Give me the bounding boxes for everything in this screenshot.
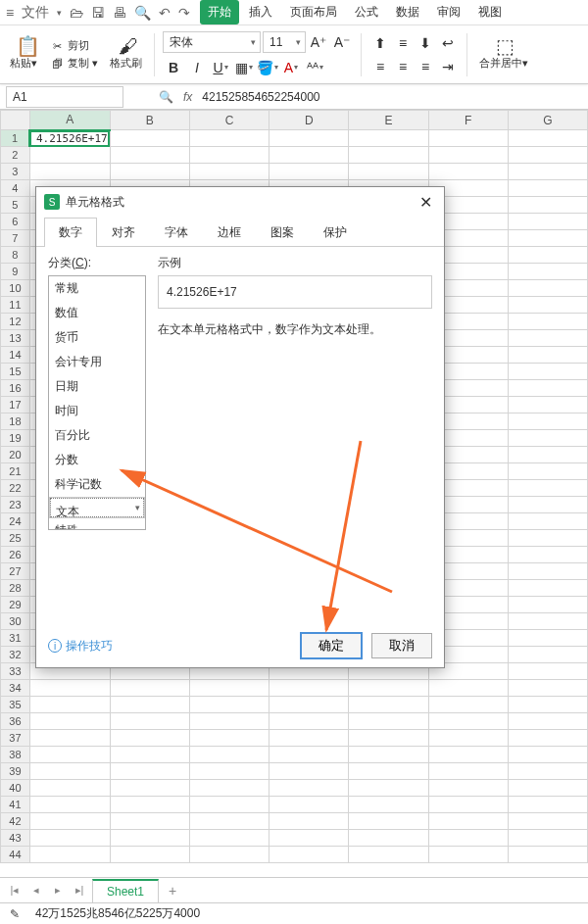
cell[interactable] bbox=[189, 780, 269, 797]
cell[interactable] bbox=[270, 847, 349, 863]
cell[interactable] bbox=[110, 147, 189, 164]
cell[interactable] bbox=[508, 430, 587, 447]
column-header[interactable]: C bbox=[189, 111, 269, 130]
tab-data[interactable]: 数据 bbox=[388, 0, 427, 24]
cell[interactable] bbox=[110, 713, 189, 730]
cell[interactable] bbox=[428, 713, 508, 730]
ok-button[interactable]: 确定 bbox=[301, 633, 362, 658]
painter-group[interactable]: 🖌 格式刷 bbox=[106, 38, 146, 71]
zoom-icon[interactable]: 🔍 bbox=[159, 90, 173, 104]
cell-A1[interactable]: 4.21526E+17 bbox=[29, 130, 110, 147]
row-header[interactable]: 39 bbox=[1, 763, 30, 780]
cell[interactable] bbox=[508, 314, 587, 330]
cell[interactable] bbox=[189, 813, 269, 830]
phonetic-button[interactable]: ᴬᴬ bbox=[304, 57, 325, 78]
cell[interactable] bbox=[189, 797, 269, 813]
cell[interactable] bbox=[508, 547, 587, 563]
cell[interactable] bbox=[29, 680, 110, 697]
tab-start[interactable]: 开始 bbox=[200, 0, 239, 24]
column-header[interactable]: B bbox=[110, 111, 189, 130]
cell[interactable] bbox=[508, 264, 587, 280]
tab-review[interactable]: 审阅 bbox=[429, 0, 468, 24]
cell[interactable] bbox=[29, 147, 110, 164]
row-header[interactable]: 22 bbox=[1, 480, 30, 497]
row-header[interactable]: 36 bbox=[1, 713, 30, 730]
row-header[interactable]: 25 bbox=[1, 530, 30, 547]
cell[interactable] bbox=[508, 397, 587, 413]
category-item[interactable]: 科学记数 bbox=[49, 472, 145, 497]
fill-color-button[interactable]: 🪣 bbox=[257, 57, 278, 78]
cell[interactable] bbox=[349, 797, 428, 813]
row-header[interactable]: 24 bbox=[1, 513, 30, 530]
cell[interactable] bbox=[508, 713, 587, 730]
wrap-button[interactable]: ↩ bbox=[437, 32, 459, 54]
paste-group[interactable]: 📋 粘贴▾ bbox=[6, 38, 41, 71]
grow-font-button[interactable]: A⁺ bbox=[308, 31, 329, 53]
category-item[interactable]: 常规 bbox=[49, 276, 145, 301]
cell[interactable] bbox=[508, 447, 587, 463]
file-menu[interactable]: 文件 bbox=[22, 4, 49, 22]
cell[interactable] bbox=[189, 730, 269, 747]
cell[interactable] bbox=[189, 680, 269, 697]
cell[interactable] bbox=[189, 697, 269, 713]
merge-group[interactable]: ⬚ 合并居中▾ bbox=[475, 38, 532, 71]
open-icon[interactable]: 🗁 bbox=[70, 5, 83, 21]
sheet-nav-last[interactable]: ▸| bbox=[71, 882, 88, 900]
cell[interactable] bbox=[189, 847, 269, 863]
shrink-font-button[interactable]: A⁻ bbox=[331, 31, 353, 53]
cell[interactable] bbox=[349, 680, 428, 697]
cell[interactable] bbox=[270, 130, 349, 147]
dlg-tab-align[interactable]: 对齐 bbox=[97, 218, 150, 247]
cell[interactable] bbox=[110, 130, 189, 147]
cell[interactable] bbox=[110, 830, 189, 847]
cell[interactable] bbox=[428, 847, 508, 863]
cell[interactable] bbox=[508, 330, 587, 347]
cell[interactable] bbox=[110, 747, 189, 763]
cell[interactable] bbox=[349, 697, 428, 713]
cell[interactable] bbox=[508, 730, 587, 747]
close-icon[interactable]: ✕ bbox=[416, 193, 436, 212]
cell[interactable] bbox=[428, 763, 508, 780]
border-button[interactable]: ▦ bbox=[233, 57, 255, 78]
fx-label[interactable]: fx bbox=[183, 90, 192, 104]
row-header[interactable]: 34 bbox=[1, 680, 30, 697]
cell[interactable] bbox=[29, 780, 110, 797]
cell[interactable] bbox=[508, 297, 587, 314]
bold-button[interactable]: B bbox=[163, 57, 184, 78]
row-header[interactable]: 9 bbox=[1, 264, 30, 280]
cell[interactable] bbox=[428, 680, 508, 697]
tab-insert[interactable]: 插入 bbox=[241, 0, 280, 24]
row-header[interactable]: 37 bbox=[1, 730, 30, 747]
cell[interactable] bbox=[508, 413, 587, 430]
align-top-button[interactable]: ⬆ bbox=[369, 32, 391, 54]
category-item[interactable]: 分数 bbox=[49, 448, 145, 472]
cell[interactable] bbox=[508, 813, 587, 830]
add-sheet-button[interactable]: + bbox=[163, 881, 182, 900]
row-header[interactable]: 21 bbox=[1, 463, 30, 480]
font-name-select[interactable]: 宋体 bbox=[163, 31, 261, 53]
cell[interactable] bbox=[29, 697, 110, 713]
undo-icon[interactable]: ↶ bbox=[159, 5, 171, 21]
save-icon[interactable]: 🖫 bbox=[91, 5, 105, 21]
cell[interactable] bbox=[110, 847, 189, 863]
cell[interactable] bbox=[29, 747, 110, 763]
cell[interactable] bbox=[428, 164, 508, 180]
cell[interactable] bbox=[508, 380, 587, 397]
cell[interactable] bbox=[508, 763, 587, 780]
row-header[interactable]: 2 bbox=[1, 147, 30, 164]
row-header[interactable]: 32 bbox=[1, 647, 30, 663]
cell[interactable] bbox=[508, 847, 587, 863]
cell[interactable] bbox=[110, 763, 189, 780]
cell[interactable] bbox=[508, 797, 587, 813]
cell[interactable] bbox=[29, 830, 110, 847]
category-item[interactable]: 文本 bbox=[49, 497, 145, 518]
cell[interactable] bbox=[349, 730, 428, 747]
cell[interactable] bbox=[110, 680, 189, 697]
align-center-button[interactable]: ≡ bbox=[392, 56, 414, 77]
cell[interactable] bbox=[349, 813, 428, 830]
row-header[interactable]: 12 bbox=[1, 314, 30, 330]
name-box[interactable]: A1 bbox=[6, 86, 123, 108]
cell[interactable] bbox=[508, 563, 587, 580]
sheet-nav-next[interactable]: ▸ bbox=[49, 882, 67, 900]
cut-button[interactable]: ✂剪切 bbox=[49, 38, 98, 54]
